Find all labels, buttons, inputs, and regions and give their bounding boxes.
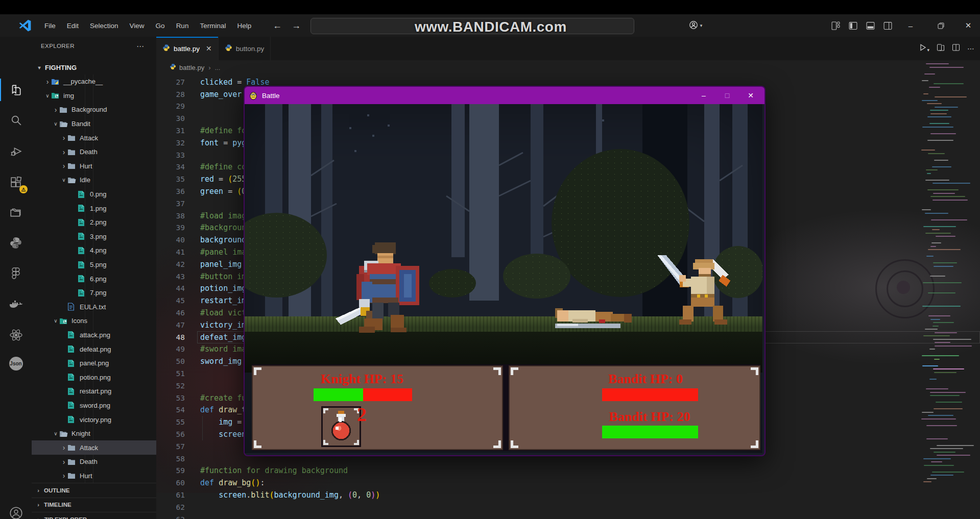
tree-item-attack[interactable]: ›Attack [32, 131, 156, 145]
tree-item-defeat-png[interactable]: defeat.png [32, 342, 156, 356]
menu-selection[interactable]: Selection [84, 22, 124, 30]
menu-terminal[interactable]: Terminal [194, 22, 231, 30]
toggle-secondary-sidebar-icon[interactable] [880, 18, 895, 33]
open-changes-icon[interactable] [937, 43, 945, 54]
tree-item-potion-png[interactable]: potion.png [32, 370, 156, 384]
tree-item-death[interactable]: ›Death [32, 455, 156, 469]
menu-edit[interactable]: Edit [61, 22, 84, 30]
more-actions-icon[interactable]: ⋯ [967, 44, 975, 53]
code-line-60[interactable]: 60def draw_bg(): [156, 477, 980, 489]
react-extension-icon[interactable] [0, 323, 32, 347]
window-minimize-button[interactable]: – [899, 14, 922, 37]
explorer-more-actions-icon[interactable]: ⋯ [136, 42, 145, 51]
tree-item-5-png[interactable]: 5.png [32, 258, 156, 272]
menu-view[interactable]: View [124, 22, 150, 30]
customize-layout-icon[interactable] [828, 18, 843, 33]
battle-maximize-button[interactable]: □ [715, 87, 739, 104]
knight-sprite [336, 240, 433, 334]
tree-item-hurt[interactable]: ›Hurt [32, 469, 156, 483]
battle-close-button[interactable]: ✕ [739, 87, 762, 104]
tree-item-knight[interactable]: ∨Knight [32, 427, 156, 441]
tree-item-sword-png[interactable]: sword.png [32, 399, 156, 413]
code-text: #create fu [200, 393, 246, 403]
tree-item-img[interactable]: ∨img [32, 89, 156, 103]
tree-item-background[interactable]: ›Background [32, 103, 156, 117]
nav-forward-icon[interactable]: → [289, 18, 303, 33]
nav-back-icon[interactable]: ← [270, 18, 284, 33]
window-close-button[interactable]: ✕ [957, 14, 980, 37]
tree-item-2-png[interactable]: 2.png [32, 215, 156, 230]
tree-item-death[interactable]: ›Death [32, 145, 156, 159]
run-python-file-icon[interactable]: ▾ [919, 43, 929, 54]
tab-battle-py[interactable]: battle.py ✕ [156, 37, 219, 60]
docker-icon[interactable] [0, 292, 32, 317]
menu-file[interactable]: File [39, 22, 61, 30]
tree-item-bandit[interactable]: ∨Bandit [32, 117, 156, 131]
tree-item-hurt[interactable]: ›Hurt [32, 159, 156, 174]
code-line-61[interactable]: 61 screen.blit(background_img, (0, 0)) [156, 489, 980, 501]
tree-item-panel-png[interactable]: panel.png [32, 356, 156, 370]
battle-minimize-button[interactable]: – [692, 87, 715, 104]
line-number: 33 [156, 151, 185, 159]
bush [503, 254, 570, 299]
tree-item-3-png[interactable]: 3.png [32, 230, 156, 244]
tree-item-attack[interactable]: ›Attack [32, 440, 156, 455]
toggle-sidebar-icon[interactable] [845, 18, 861, 33]
python-extension-icon[interactable] [0, 231, 32, 255]
tree-item-icons[interactable]: ∨Icons [32, 314, 156, 328]
tree-item-6-png[interactable]: 6.png [32, 271, 156, 286]
run-debug-icon[interactable] [0, 139, 32, 163]
tree-item--pycache-[interactable]: ›__pycache__ [32, 75, 156, 89]
code-text: #function for drawing background [200, 466, 348, 475]
split-editor-icon[interactable] [952, 43, 960, 54]
file-img-icon [67, 415, 77, 424]
tree-item-victory-png[interactable]: victory.png [32, 412, 156, 427]
potion-button[interactable] [321, 406, 361, 447]
battle-window-title: Battle [262, 92, 280, 100]
account-profile-icon[interactable] [0, 501, 32, 519]
tree-item-restart-png[interactable]: restart.png [32, 384, 156, 399]
folder-open-icon [67, 176, 77, 184]
breadcrumb[interactable]: battle.py › ... [156, 60, 980, 75]
tree-item-eula-txt[interactable]: EULA.txt [32, 300, 156, 314]
tree-item-0-png[interactable]: 0.png [32, 187, 156, 202]
account-icon[interactable]: ▾ [688, 18, 703, 33]
breadcrumb-file: battle.py [179, 64, 204, 71]
chevron-down-icon: ▾ [36, 65, 43, 70]
menu-run[interactable]: Run [171, 22, 195, 30]
battle-window-titlebar[interactable]: Battle – □ ✕ [245, 87, 764, 104]
menu-help[interactable]: Help [231, 22, 257, 30]
json-extension-icon[interactable]: Json [0, 351, 32, 376]
explorer-icon[interactable] [0, 78, 32, 102]
line-number: 60 [156, 479, 185, 487]
line-number: 42 [156, 260, 185, 268]
menu-go[interactable]: Go [150, 22, 171, 30]
tree-item-1-png[interactable]: 1.png [32, 201, 156, 215]
code-line-62[interactable]: 62 [156, 501, 980, 513]
window-restore-button[interactable] [929, 14, 952, 37]
tree-item-4-png[interactable]: 4.png [32, 243, 156, 258]
sidebar-section-timeline[interactable]: ›TIMELINE [32, 498, 156, 512]
tab-button-py[interactable]: button.py [219, 37, 271, 60]
figma-extension-icon[interactable] [0, 261, 32, 286]
extensions-icon[interactable]: ⚠ [0, 170, 32, 194]
code-text: #panel ima [200, 248, 246, 257]
tree-item-label: restart.png [80, 387, 111, 395]
code-line-59[interactable]: 59#function for drawing background [156, 465, 980, 477]
file-img-icon [67, 373, 77, 381]
sidebar-section-zip-explorer[interactable]: ›ZIP EXPLORER [32, 512, 156, 519]
minimap[interactable] [919, 63, 975, 484]
knight-hp-label: Knight HP: 15 [321, 372, 403, 387]
tab-close-icon[interactable]: ✕ [206, 44, 212, 53]
tab-bar: battle.py ✕ button.py ▾ ⋯ [156, 37, 980, 61]
search-icon[interactable] [0, 108, 32, 132]
code-line-63[interactable]: 63 [156, 513, 980, 519]
tree-item-7-png[interactable]: 7.png [32, 286, 156, 300]
sidebar-section-outline[interactable]: ›OUTLINE [32, 483, 156, 498]
toggle-panel-icon[interactable] [863, 18, 878, 33]
line-number: 36 [156, 187, 185, 195]
tree-item-idle[interactable]: ∨Idle [32, 173, 156, 187]
tree-item-attack-png[interactable]: attack.png [32, 328, 156, 342]
remote-folder-icon[interactable] [0, 200, 32, 225]
tree-root-fighting[interactable]: ▾ FIGHTING [32, 60, 156, 75]
